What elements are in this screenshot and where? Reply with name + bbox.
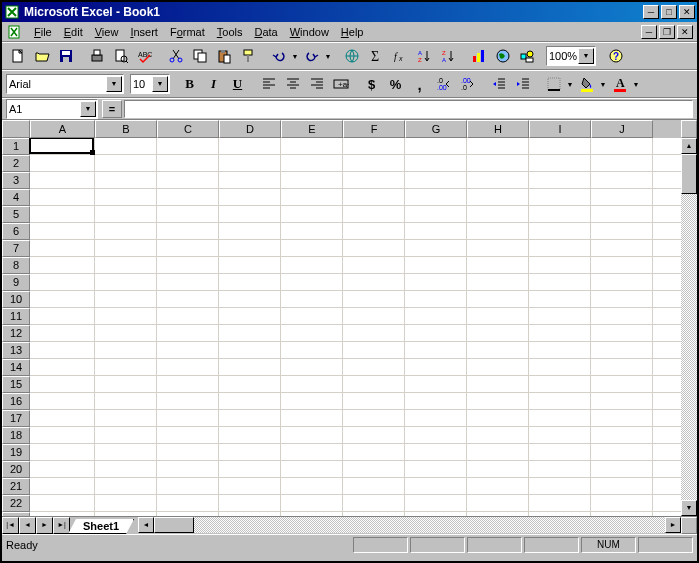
- align-right-button[interactable]: [305, 73, 328, 95]
- column-header-I[interactable]: I: [529, 120, 591, 138]
- zoom-dropdown-button[interactable]: ▼: [578, 48, 594, 64]
- row-header-6[interactable]: 6: [2, 223, 30, 240]
- open-button[interactable]: [30, 45, 53, 67]
- menu-window[interactable]: Window: [284, 24, 335, 40]
- align-center-button[interactable]: [281, 73, 304, 95]
- menu-tools[interactable]: Tools: [211, 24, 249, 40]
- cells-area[interactable]: [30, 138, 681, 516]
- row-header-4[interactable]: 4: [2, 189, 30, 206]
- print-button[interactable]: [85, 45, 108, 67]
- row-header-13[interactable]: 13: [2, 342, 30, 359]
- help-button[interactable]: ?: [604, 45, 627, 67]
- sort-asc-button[interactable]: AZ: [412, 45, 435, 67]
- row-header-19[interactable]: 19: [2, 444, 30, 461]
- column-header-F[interactable]: F: [343, 120, 405, 138]
- chart-wizard-button[interactable]: [467, 45, 490, 67]
- fill-color-button[interactable]: [575, 73, 598, 95]
- copy-button[interactable]: [188, 45, 211, 67]
- tab-prev-button[interactable]: ◄: [19, 517, 36, 534]
- new-button[interactable]: [6, 45, 29, 67]
- column-header-D[interactable]: D: [219, 120, 281, 138]
- zoom-combo[interactable]: 100% ▼: [546, 46, 596, 66]
- function-button[interactable]: fx: [388, 45, 411, 67]
- row-header-7[interactable]: 7: [2, 240, 30, 257]
- tab-first-button[interactable]: |◄: [2, 517, 19, 534]
- bold-button[interactable]: B: [178, 73, 201, 95]
- autosum-button[interactable]: Σ: [364, 45, 387, 67]
- redo-button[interactable]: [300, 45, 323, 67]
- row-header-3[interactable]: 3: [2, 172, 30, 189]
- font-color-button[interactable]: A: [608, 73, 631, 95]
- mdi-minimize-button[interactable]: ─: [641, 25, 657, 39]
- formula-input[interactable]: [124, 100, 693, 118]
- maximize-button[interactable]: □: [661, 5, 677, 19]
- scroll-left-button[interactable]: ◄: [138, 517, 154, 533]
- row-header-12[interactable]: 12: [2, 325, 30, 342]
- undo-button[interactable]: [267, 45, 290, 67]
- sort-desc-button[interactable]: ZA: [436, 45, 459, 67]
- increase-decimal-button[interactable]: .0.00: [432, 73, 455, 95]
- column-header-G[interactable]: G: [405, 120, 467, 138]
- italic-button[interactable]: I: [202, 73, 225, 95]
- active-cell[interactable]: [29, 138, 94, 154]
- row-header-21[interactable]: 21: [2, 478, 30, 495]
- save-button[interactable]: [54, 45, 77, 67]
- font-dropdown-button[interactable]: ▼: [106, 76, 122, 92]
- row-header-22[interactable]: 22: [2, 495, 30, 512]
- font-combo[interactable]: Arial ▼: [6, 74, 124, 94]
- edit-formula-button[interactable]: =: [102, 100, 122, 118]
- cut-button[interactable]: [164, 45, 187, 67]
- underline-button[interactable]: U: [226, 73, 249, 95]
- tab-last-button[interactable]: ►|: [53, 517, 70, 534]
- undo-dropdown[interactable]: ▼: [291, 53, 299, 60]
- mdi-close-button[interactable]: ✕: [677, 25, 693, 39]
- row-header-5[interactable]: 5: [2, 206, 30, 223]
- menu-file[interactable]: File: [28, 24, 58, 40]
- row-header-15[interactable]: 15: [2, 376, 30, 393]
- row-header-20[interactable]: 20: [2, 461, 30, 478]
- sheet-tab-sheet1[interactable]: Sheet1: [68, 519, 134, 534]
- minimize-button[interactable]: ─: [643, 5, 659, 19]
- hscroll-thumb[interactable]: [154, 517, 194, 533]
- menu-insert[interactable]: Insert: [124, 24, 164, 40]
- scroll-up-button[interactable]: ▲: [681, 138, 697, 154]
- font-size-dropdown-button[interactable]: ▼: [152, 76, 168, 92]
- vscroll-thumb[interactable]: [681, 154, 697, 194]
- paste-button[interactable]: [212, 45, 235, 67]
- menu-edit[interactable]: Edit: [58, 24, 89, 40]
- merge-center-button[interactable]: +a+: [329, 73, 352, 95]
- row-header-14[interactable]: 14: [2, 359, 30, 376]
- scroll-down-button[interactable]: ▼: [681, 500, 697, 516]
- decrease-indent-button[interactable]: [487, 73, 510, 95]
- borders-button[interactable]: [542, 73, 565, 95]
- scroll-right-button[interactable]: ►: [665, 517, 681, 533]
- row-header-2[interactable]: 2: [2, 155, 30, 172]
- document-icon[interactable]: [6, 24, 22, 40]
- fill-color-dropdown[interactable]: ▼: [599, 81, 607, 88]
- row-header-17[interactable]: 17: [2, 410, 30, 427]
- decrease-decimal-button[interactable]: .00.0: [456, 73, 479, 95]
- close-button[interactable]: ✕: [679, 5, 695, 19]
- name-box-dropdown[interactable]: ▼: [80, 101, 96, 117]
- hyperlink-button[interactable]: [340, 45, 363, 67]
- align-left-button[interactable]: [257, 73, 280, 95]
- menu-help[interactable]: Help: [335, 24, 370, 40]
- row-header-16[interactable]: 16: [2, 393, 30, 410]
- borders-dropdown[interactable]: ▼: [566, 81, 574, 88]
- font-size-combo[interactable]: 10 ▼: [130, 74, 170, 94]
- row-header-9[interactable]: 9: [2, 274, 30, 291]
- increase-indent-button[interactable]: [511, 73, 534, 95]
- format-painter-button[interactable]: [236, 45, 259, 67]
- row-header-8[interactable]: 8: [2, 257, 30, 274]
- select-all-corner[interactable]: [2, 120, 30, 138]
- map-button[interactable]: [491, 45, 514, 67]
- row-header-18[interactable]: 18: [2, 427, 30, 444]
- menu-format[interactable]: Format: [164, 24, 211, 40]
- percent-button[interactable]: %: [384, 73, 407, 95]
- print-preview-button[interactable]: [109, 45, 132, 67]
- column-header-B[interactable]: B: [95, 120, 157, 138]
- horizontal-scrollbar[interactable]: ◄ ►: [138, 517, 681, 534]
- column-header-C[interactable]: C: [157, 120, 219, 138]
- font-color-dropdown[interactable]: ▼: [632, 81, 640, 88]
- menu-view[interactable]: View: [89, 24, 125, 40]
